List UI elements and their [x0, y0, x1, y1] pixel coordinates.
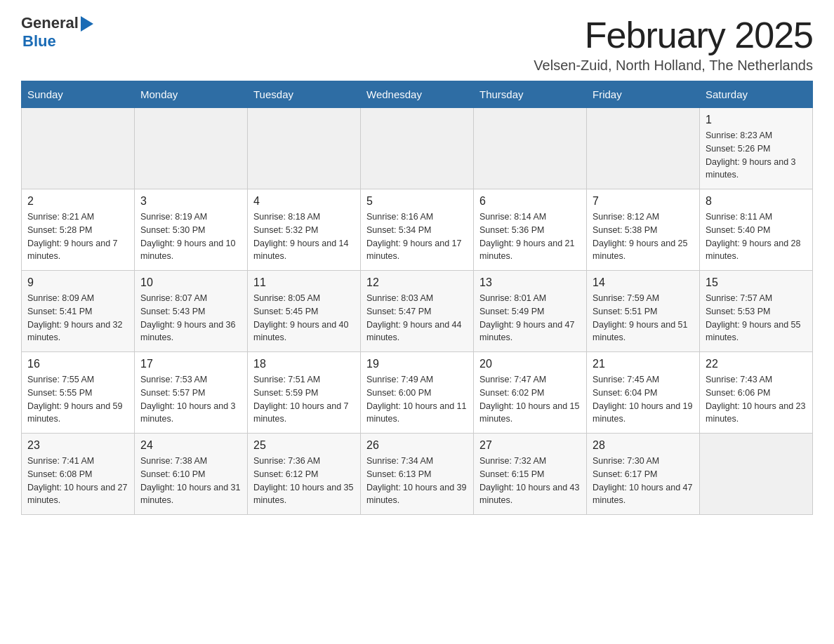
day-number: 2 [27, 195, 128, 208]
calendar-cell: 19Sunrise: 7:49 AMSunset: 6:00 PMDayligh… [361, 352, 474, 434]
calendar-cell: 10Sunrise: 8:07 AMSunset: 5:43 PMDayligh… [135, 271, 248, 352]
calendar-cell: 24Sunrise: 7:38 AMSunset: 6:10 PMDayligh… [135, 434, 248, 515]
day-number: 24 [140, 439, 241, 452]
calendar-cell: 2Sunrise: 8:21 AMSunset: 5:28 PMDaylight… [22, 189, 135, 271]
calendar-cell: 6Sunrise: 8:14 AMSunset: 5:36 PMDaylight… [474, 189, 587, 271]
calendar-cell [361, 108, 474, 189]
day-number: 26 [366, 439, 468, 452]
day-number: 18 [253, 358, 355, 370]
day-info: Sunrise: 8:11 AMSunset: 5:40 PMDaylight:… [706, 210, 807, 263]
day-number: 15 [706, 276, 807, 289]
day-number: 25 [253, 439, 355, 452]
day-number: 16 [27, 358, 128, 370]
calendar-cell [587, 108, 700, 189]
calendar-week-row: 1Sunrise: 8:23 AMSunset: 5:26 PMDaylight… [22, 108, 813, 189]
calendar-cell: 23Sunrise: 7:41 AMSunset: 6:08 PMDayligh… [22, 434, 135, 515]
day-info: Sunrise: 8:09 AMSunset: 5:41 PMDaylight:… [27, 292, 128, 344]
day-number: 6 [479, 195, 581, 208]
calendar-cell: 18Sunrise: 7:51 AMSunset: 5:59 PMDayligh… [248, 352, 361, 434]
header-friday: Friday [587, 81, 700, 108]
calendar-week-row: 16Sunrise: 7:55 AMSunset: 5:55 PMDayligh… [22, 352, 813, 434]
day-number: 21 [593, 358, 694, 370]
calendar-cell [700, 434, 813, 515]
calendar-week-row: 23Sunrise: 7:41 AMSunset: 6:08 PMDayligh… [22, 434, 813, 515]
page-subtitle: Velsen-Zuid, North Holland, The Netherla… [534, 58, 813, 74]
day-info: Sunrise: 7:36 AMSunset: 6:12 PMDaylight:… [253, 455, 355, 507]
day-info: Sunrise: 8:23 AMSunset: 5:26 PMDaylight:… [706, 129, 807, 182]
day-number: 10 [140, 276, 241, 289]
day-info: Sunrise: 7:57 AMSunset: 5:53 PMDaylight:… [706, 292, 807, 344]
header-thursday: Thursday [474, 81, 587, 108]
day-info: Sunrise: 8:16 AMSunset: 5:34 PMDaylight:… [366, 210, 468, 263]
header-saturday: Saturday [700, 81, 813, 108]
day-number: 3 [140, 195, 241, 208]
day-info: Sunrise: 8:07 AMSunset: 5:43 PMDaylight:… [140, 292, 241, 344]
day-info: Sunrise: 7:32 AMSunset: 6:15 PMDaylight:… [479, 455, 581, 507]
day-number: 9 [27, 276, 128, 289]
calendar-cell [22, 108, 135, 189]
day-info: Sunrise: 7:41 AMSunset: 6:08 PMDaylight:… [27, 455, 128, 507]
day-info: Sunrise: 7:30 AMSunset: 6:17 PMDaylight:… [593, 455, 694, 507]
calendar-cell: 7Sunrise: 8:12 AMSunset: 5:38 PMDaylight… [587, 189, 700, 271]
day-info: Sunrise: 7:47 AMSunset: 6:02 PMDaylight:… [479, 373, 581, 426]
calendar-cell: 3Sunrise: 8:19 AMSunset: 5:30 PMDaylight… [135, 189, 248, 271]
logo-blue: Blue [22, 32, 56, 50]
day-info: Sunrise: 7:38 AMSunset: 6:10 PMDaylight:… [140, 455, 241, 507]
header-sunday: Sunday [22, 81, 135, 108]
day-number: 22 [706, 358, 807, 370]
calendar-week-row: 2Sunrise: 8:21 AMSunset: 5:28 PMDaylight… [22, 189, 813, 271]
day-number: 27 [479, 439, 581, 452]
calendar-cell: 16Sunrise: 7:55 AMSunset: 5:55 PMDayligh… [22, 352, 135, 434]
day-number: 13 [479, 276, 581, 289]
day-info: Sunrise: 8:03 AMSunset: 5:47 PMDaylight:… [366, 292, 468, 344]
title-area: February 2025 Velsen-Zuid, North Holland… [534, 14, 813, 74]
day-number: 8 [706, 195, 807, 208]
calendar-table: SundayMondayTuesdayWednesdayThursdayFrid… [21, 81, 813, 515]
calendar-cell [248, 108, 361, 189]
calendar-cell: 5Sunrise: 8:16 AMSunset: 5:34 PMDaylight… [361, 189, 474, 271]
day-number: 23 [27, 439, 128, 452]
calendar-cell: 12Sunrise: 8:03 AMSunset: 5:47 PMDayligh… [361, 271, 474, 352]
logo-triangle-icon [81, 16, 93, 32]
header-tuesday: Tuesday [248, 81, 361, 108]
header-wednesday: Wednesday [361, 81, 474, 108]
day-number: 5 [366, 195, 468, 208]
calendar-cell: 28Sunrise: 7:30 AMSunset: 6:17 PMDayligh… [587, 434, 700, 515]
day-number: 4 [253, 195, 355, 208]
calendar-cell [135, 108, 248, 189]
day-info: Sunrise: 8:05 AMSunset: 5:45 PMDaylight:… [253, 292, 355, 344]
calendar-cell: 9Sunrise: 8:09 AMSunset: 5:41 PMDaylight… [22, 271, 135, 352]
calendar-week-row: 9Sunrise: 8:09 AMSunset: 5:41 PMDaylight… [22, 271, 813, 352]
day-info: Sunrise: 8:14 AMSunset: 5:36 PMDaylight:… [479, 210, 581, 263]
day-info: Sunrise: 7:43 AMSunset: 6:06 PMDaylight:… [706, 373, 807, 426]
calendar-cell: 11Sunrise: 8:05 AMSunset: 5:45 PMDayligh… [248, 271, 361, 352]
day-info: Sunrise: 8:19 AMSunset: 5:30 PMDaylight:… [140, 210, 241, 263]
calendar-cell: 13Sunrise: 8:01 AMSunset: 5:49 PMDayligh… [474, 271, 587, 352]
calendar-cell [474, 108, 587, 189]
day-info: Sunrise: 7:49 AMSunset: 6:00 PMDaylight:… [366, 373, 468, 426]
calendar-cell: 17Sunrise: 7:53 AMSunset: 5:57 PMDayligh… [135, 352, 248, 434]
day-number: 17 [140, 358, 241, 370]
page-title: February 2025 [534, 14, 813, 56]
day-number: 7 [593, 195, 694, 208]
logo-general: General [21, 14, 79, 32]
calendar-cell: 20Sunrise: 7:47 AMSunset: 6:02 PMDayligh… [474, 352, 587, 434]
day-info: Sunrise: 7:53 AMSunset: 5:57 PMDaylight:… [140, 373, 241, 426]
logo: General Blue [21, 14, 93, 51]
day-info: Sunrise: 7:45 AMSunset: 6:04 PMDaylight:… [593, 373, 694, 426]
day-info: Sunrise: 7:51 AMSunset: 5:59 PMDaylight:… [253, 373, 355, 426]
calendar-cell: 1Sunrise: 8:23 AMSunset: 5:26 PMDaylight… [700, 108, 813, 189]
day-info: Sunrise: 7:34 AMSunset: 6:13 PMDaylight:… [366, 455, 468, 507]
day-number: 19 [366, 358, 468, 370]
calendar-cell: 14Sunrise: 7:59 AMSunset: 5:51 PMDayligh… [587, 271, 700, 352]
day-number: 11 [253, 276, 355, 289]
day-number: 28 [593, 439, 694, 452]
calendar-cell: 25Sunrise: 7:36 AMSunset: 6:12 PMDayligh… [248, 434, 361, 515]
day-info: Sunrise: 7:59 AMSunset: 5:51 PMDaylight:… [593, 292, 694, 344]
day-number: 12 [366, 276, 468, 289]
calendar-cell: 21Sunrise: 7:45 AMSunset: 6:04 PMDayligh… [587, 352, 700, 434]
header-monday: Monday [135, 81, 248, 108]
day-number: 20 [479, 358, 581, 370]
calendar-cell: 4Sunrise: 8:18 AMSunset: 5:32 PMDaylight… [248, 189, 361, 271]
day-number: 1 [706, 114, 807, 126]
